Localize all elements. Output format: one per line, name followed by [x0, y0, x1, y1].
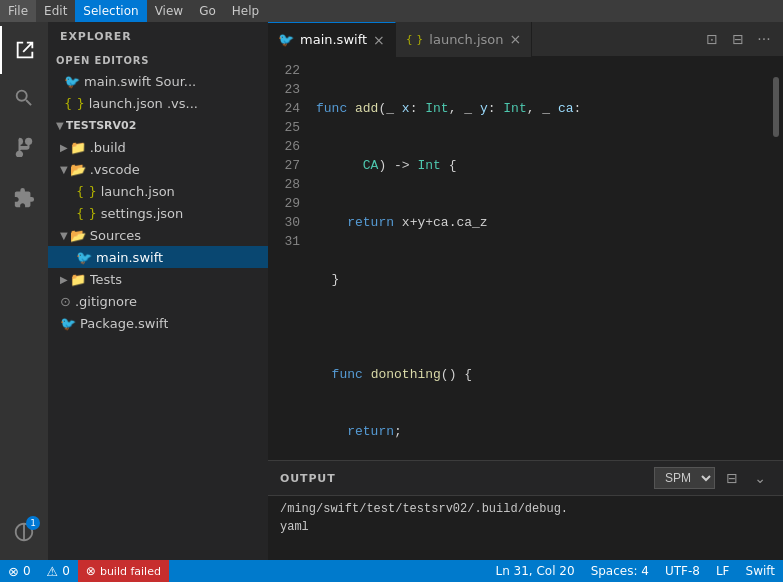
- testsrv02-chevron: ▼: [56, 120, 64, 131]
- swift-file-icon: 🐦: [64, 74, 80, 89]
- build-fail-icon: ⊗: [86, 564, 96, 578]
- code-content: func add(_ x: Int, _ y: Int, _ ca: CA) -…: [308, 57, 769, 460]
- line-numbers: 22 23 24 25 26 27 28 29 30 31: [268, 57, 308, 460]
- main-area: 1 EXPLORER OPEN EDITORS 🐦 main.swift Sou…: [0, 22, 783, 560]
- scrollbar[interactable]: [769, 57, 783, 460]
- menu-help[interactable]: Help: [224, 0, 267, 22]
- sources-chevron: ▼: [60, 230, 68, 241]
- status-bar: ⊗ 0 ⚠ 0 ⊗ build failed Ln 31, Col 20 Spa…: [0, 560, 783, 582]
- status-warnings[interactable]: ⚠ 0: [39, 560, 78, 582]
- swift-file-icon-3: 🐦: [60, 316, 76, 331]
- split-editor-button[interactable]: ⊡: [701, 28, 723, 50]
- tab-bar: 🐦 main.swift × { } launch.json × ⊡ ⊟ ···: [268, 22, 783, 57]
- output-panel: OUTPUT SPM ⊟ ⌄ /ming/swift/test/testsrv0…: [268, 460, 783, 560]
- tests-chevron: ▶: [60, 274, 68, 285]
- output-title: OUTPUT: [280, 472, 336, 485]
- folder-vscode[interactable]: ▼ 📂 .vscode: [48, 158, 268, 180]
- tab-launch-json-close[interactable]: ×: [509, 32, 521, 46]
- code-editor[interactable]: 22 23 24 25 26 27 28 29 30 31 func add(_…: [268, 57, 783, 460]
- folder-vscode-icon: 📂: [70, 162, 86, 177]
- layout-button[interactable]: ⊟: [727, 28, 749, 50]
- status-errors[interactable]: ⊗ 0: [0, 560, 39, 582]
- menu-go[interactable]: Go: [191, 0, 224, 22]
- warning-icon: ⚠: [47, 564, 59, 579]
- folder-sources-icon: 📂: [70, 228, 86, 243]
- output-channel-select[interactable]: SPM: [654, 467, 715, 489]
- tab-actions: ⊡ ⊟ ···: [701, 28, 783, 50]
- explorer-title: EXPLORER: [48, 22, 268, 47]
- file-launch-json[interactable]: { } launch.json: [48, 180, 268, 202]
- folder-tests[interactable]: ▶ 📁 Tests: [48, 268, 268, 290]
- activity-search[interactable]: [0, 74, 48, 122]
- status-encoding[interactable]: UTF-8: [657, 560, 708, 582]
- folder-sources[interactable]: ▼ 📂 Sources: [48, 224, 268, 246]
- tab-launch-json[interactable]: { } launch.json ×: [396, 22, 532, 57]
- language-label: Swift: [746, 564, 775, 578]
- json-file-icon-1: { }: [64, 96, 85, 111]
- eol-label: LF: [716, 564, 730, 578]
- open-editor-main-swift[interactable]: 🐦 main.swift Sour...: [48, 70, 268, 92]
- open-editors-title: OPEN EDITORS: [48, 47, 268, 70]
- file-settings-json[interactable]: { } settings.json: [48, 202, 268, 224]
- build-chevron: ▶: [60, 142, 68, 153]
- position-label: Ln 31, Col 20: [495, 564, 574, 578]
- status-eol[interactable]: LF: [708, 560, 738, 582]
- folder-build-icon: 📁: [70, 140, 86, 155]
- output-clear-button[interactable]: ⊟: [721, 467, 743, 489]
- output-line-1: /ming/swift/test/testsrv02/.build/debug.: [280, 500, 771, 518]
- tab-swift-icon: 🐦: [278, 32, 294, 47]
- output-selector: SPM ⊟ ⌄: [654, 467, 771, 489]
- folder-tests-icon: 📁: [70, 272, 86, 287]
- tab-main-swift-label: main.swift: [300, 32, 367, 47]
- activity-source-control[interactable]: [0, 122, 48, 170]
- scrollbar-thumb: [773, 77, 779, 137]
- error-icon: ⊗: [8, 564, 19, 579]
- json-file-icon-2: { }: [76, 184, 97, 199]
- git-file-icon: ⊙: [60, 294, 71, 309]
- activity-explorer[interactable]: [0, 26, 48, 74]
- menu-edit[interactable]: Edit: [36, 0, 75, 22]
- file-main-swift[interactable]: 🐦 main.swift: [48, 246, 268, 268]
- menu-view[interactable]: View: [147, 0, 191, 22]
- status-spaces[interactable]: Spaces: 4: [583, 560, 657, 582]
- remote-badge: 1: [26, 516, 40, 530]
- file-package-swift[interactable]: 🐦 Package.swift: [48, 312, 268, 334]
- warning-count: 0: [62, 564, 70, 578]
- status-position[interactable]: Ln 31, Col 20: [487, 560, 582, 582]
- error-count: 0: [23, 564, 31, 578]
- open-editor-launch-json[interactable]: { } launch.json .vs...: [48, 92, 268, 114]
- output-line-2: yaml: [280, 518, 771, 536]
- status-language[interactable]: Swift: [738, 560, 783, 582]
- tab-json-icon: { }: [406, 33, 424, 46]
- file-gitignore[interactable]: ⊙ .gitignore: [48, 290, 268, 312]
- folder-build[interactable]: ▶ 📁 .build: [48, 136, 268, 158]
- status-left: ⊗ 0 ⚠ 0 ⊗ build failed: [0, 560, 169, 582]
- status-right: Ln 31, Col 20 Spaces: 4 UTF-8 LF Swift: [487, 560, 783, 582]
- build-fail-label: build failed: [100, 565, 161, 578]
- testsrv02-root[interactable]: ▼ TESTSRV02: [48, 114, 268, 136]
- output-header: OUTPUT SPM ⊟ ⌄: [268, 461, 783, 496]
- editor-area: 🐦 main.swift × { } launch.json × ⊡ ⊟ ···…: [268, 22, 783, 560]
- json-file-icon-3: { }: [76, 206, 97, 221]
- menu-selection[interactable]: Selection: [75, 0, 146, 22]
- status-build-failed[interactable]: ⊗ build failed: [78, 560, 169, 582]
- vscode-chevron: ▼: [60, 164, 68, 175]
- spaces-label: Spaces: 4: [591, 564, 649, 578]
- encoding-label: UTF-8: [665, 564, 700, 578]
- activity-extensions[interactable]: [0, 174, 48, 222]
- activity-bar: 1: [0, 22, 48, 560]
- tab-main-swift-close[interactable]: ×: [373, 33, 385, 47]
- menubar: File Edit Selection View Go Help: [0, 0, 783, 22]
- swift-file-icon-2: 🐦: [76, 250, 92, 265]
- more-actions-button[interactable]: ···: [753, 28, 775, 50]
- tab-main-swift[interactable]: 🐦 main.swift ×: [268, 22, 396, 57]
- output-toggle-button[interactable]: ⌄: [749, 467, 771, 489]
- menu-file[interactable]: File: [0, 0, 36, 22]
- activity-remote[interactable]: 1: [0, 508, 48, 556]
- output-content: /ming/swift/test/testsrv02/.build/debug.…: [268, 496, 783, 560]
- tab-launch-json-label: launch.json: [429, 32, 503, 47]
- sidebar: EXPLORER OPEN EDITORS 🐦 main.swift Sour.…: [48, 22, 268, 560]
